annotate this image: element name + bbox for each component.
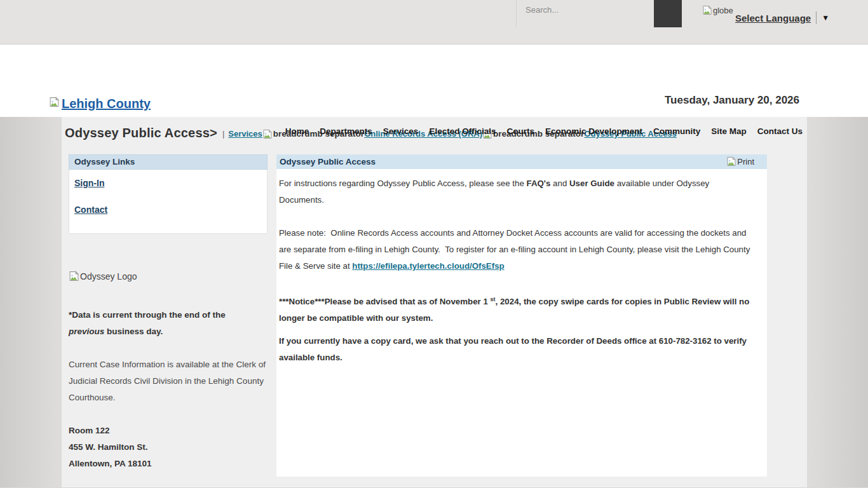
sidebar: Odyssey Links Sign-In Contact Odyssey Lo…	[62, 154, 276, 477]
site-logo-link[interactable]: Lehigh County	[49, 97, 151, 111]
nav-item-home[interactable]: Home	[285, 126, 309, 136]
nav-item-services[interactable]: Services	[383, 126, 419, 136]
globe-alt-text: globe	[713, 6, 733, 15]
current-date: Tuesday, January 20, 2026	[665, 94, 799, 107]
broken-image-icon	[726, 156, 736, 166]
office-address: Room 122 455 W. Hamilton St. Allentown, …	[69, 423, 276, 472]
odyssey-logo-broken-image: Odyssey Logo	[69, 271, 276, 281]
broken-image-icon	[49, 97, 60, 107]
globe-broken-image: globe	[702, 5, 735, 20]
select-language-link[interactable]: Select Language	[735, 13, 811, 24]
print-alt-text: Print	[737, 157, 754, 166]
copy-card-paragraph: If you currently have a copy card, we as…	[279, 333, 752, 366]
top-utility-bar: globe Select Language ▼	[0, 0, 868, 44]
nav-item-economic-development[interactable]: Economic Development	[545, 126, 642, 136]
broken-image-icon	[69, 271, 79, 281]
address-street: 455 W. Hamilton St.	[69, 439, 276, 456]
language-widget: Select Language ▼	[735, 11, 829, 24]
main-navigation: Home Departments Services Elected Offici…	[285, 126, 803, 136]
panel-header: Odyssey Public Access Print	[276, 154, 767, 169]
please-note-paragraph: Please note: Online Records Access accou…	[279, 225, 752, 274]
panel-title: Odyssey Public Access	[280, 157, 376, 166]
notice-paragraph: ***Notice***Please be advised that as of…	[279, 291, 752, 327]
content-wrapper: Odyssey Public Access> | Services breadc…	[62, 117, 807, 487]
ordinal-superscript: st	[491, 296, 496, 302]
breadcrumb-pipe: |	[222, 129, 224, 139]
nav-item-site-map[interactable]: Site Map	[711, 126, 747, 136]
language-separator	[816, 11, 817, 24]
faqs-emphasis: FAQ's	[527, 179, 551, 188]
data-currency-note: *Data is current through the end of the …	[69, 307, 259, 340]
odyssey-logo-alt-text: Odyssey Logo	[80, 271, 137, 281]
odyssey-links-body: Sign-In Contact	[69, 170, 268, 234]
odyssey-links-title: Odyssey Links	[69, 154, 268, 170]
data-note-italic-word: previous	[69, 327, 104, 336]
page-background: Odyssey Public Access> | Services breadc…	[0, 117, 868, 487]
user-guide-emphasis: User Guide	[569, 179, 614, 188]
nav-item-community[interactable]: Community	[653, 126, 700, 136]
odyssey-links-box: Odyssey Links Sign-In Contact	[69, 154, 268, 234]
nav-item-contact-us[interactable]: Contact Us	[757, 126, 803, 136]
nav-item-departments[interactable]: Departments	[320, 126, 372, 136]
main-content-panel: Odyssey Public Access Print For instruct…	[276, 154, 767, 477]
sidebar-link-sign-in[interactable]: Sign-In	[74, 178, 104, 188]
address-city: Allentown, PA 18101	[69, 456, 276, 472]
page-title: Odyssey Public Access>	[65, 126, 217, 140]
panel-body: For instructions regarding Odyssey Publi…	[276, 169, 767, 379]
print-button[interactable]: Print	[726, 156, 754, 166]
current-case-info-text: Current Case Information is available at…	[69, 356, 266, 406]
address-room: Room 122	[69, 423, 276, 439]
nav-item-courts[interactable]: Courts	[506, 126, 534, 136]
broken-image-icon	[702, 5, 712, 15]
search-button[interactable]	[654, 0, 682, 27]
breadcrumb-link-services[interactable]: Services	[228, 129, 262, 139]
nav-item-elected-officials[interactable]: Elected Officials	[429, 126, 496, 136]
instructions-paragraph: For instructions regarding Odyssey Publi…	[279, 175, 752, 208]
search-input[interactable]	[516, 0, 654, 27]
language-dropdown-arrow-icon[interactable]: ▼	[822, 13, 829, 22]
logo-alt-text: Lehigh County	[62, 97, 151, 111]
sidebar-link-contact[interactable]: Contact	[74, 205, 107, 215]
breadcrumb: Odyssey Public Access> | Services breadc…	[62, 121, 807, 154]
site-header: Lehigh County Tuesday, January 20, 2026 …	[0, 44, 868, 117]
broken-image-icon	[262, 129, 273, 139]
efile-link[interactable]: https://efilepa.tylertech.cloud/OfsEfsp	[352, 261, 504, 271]
